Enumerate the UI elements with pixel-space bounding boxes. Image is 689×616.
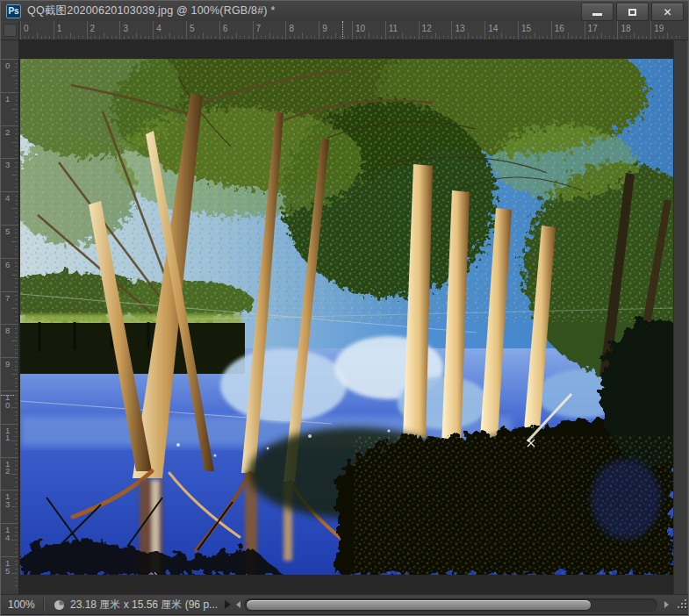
vertical-scrollbar-track[interactable] (673, 40, 689, 594)
landscape-photo-illustration (20, 59, 673, 575)
document-size-pie-icon (54, 599, 65, 611)
zoom-level-field[interactable]: 100% (8, 598, 41, 611)
photoshop-document-window: Ps QQ截图20200620103039.jpg @ 100%(RGB/8#)… (0, 0, 689, 616)
ruler-origin-box[interactable] (1, 21, 19, 40)
document-info-text[interactable]: 23.18 厘米 x 15.56 厘米 (96 p... (70, 598, 218, 612)
horizontal-ruler[interactable]: 012345678910111213141516171819 (19, 21, 689, 40)
title-bar[interactable]: Ps QQ截图20200620103039.jpg @ 100%(RGB/8#)… (1, 1, 688, 21)
status-popup-arrow-icon[interactable] (225, 600, 231, 609)
close-icon: ✕ (663, 7, 671, 18)
window-resize-grip[interactable] (676, 598, 689, 612)
status-bar: 100% 23.18 厘米 x 15.56 厘米 (96 p... (1, 594, 689, 614)
document-canvas-area[interactable] (19, 40, 673, 594)
photoshop-app-icon: Ps (6, 4, 21, 18)
status-divider (43, 598, 45, 612)
scroll-left-arrow-icon[interactable] (236, 601, 240, 608)
close-button[interactable]: ✕ (651, 3, 684, 21)
horizontal-scrollbar-thumb[interactable] (246, 599, 592, 611)
scroll-right-arrow-icon[interactable] (664, 601, 669, 608)
minimize-icon (592, 13, 602, 16)
document-title: QQ截图20200620103039.jpg @ 100%(RGB/8#) * (27, 4, 275, 18)
maximize-button[interactable] (616, 3, 649, 21)
horizontal-scrollbar-track[interactable] (244, 598, 657, 612)
window-controls: ✕ (581, 3, 684, 21)
vertical-ruler[interactable]: 01234567891 01 11 21 31 41 5 (1, 40, 19, 594)
minimize-button[interactable] (581, 3, 614, 21)
maximize-icon (628, 9, 636, 16)
photo-canvas[interactable] (20, 59, 673, 575)
